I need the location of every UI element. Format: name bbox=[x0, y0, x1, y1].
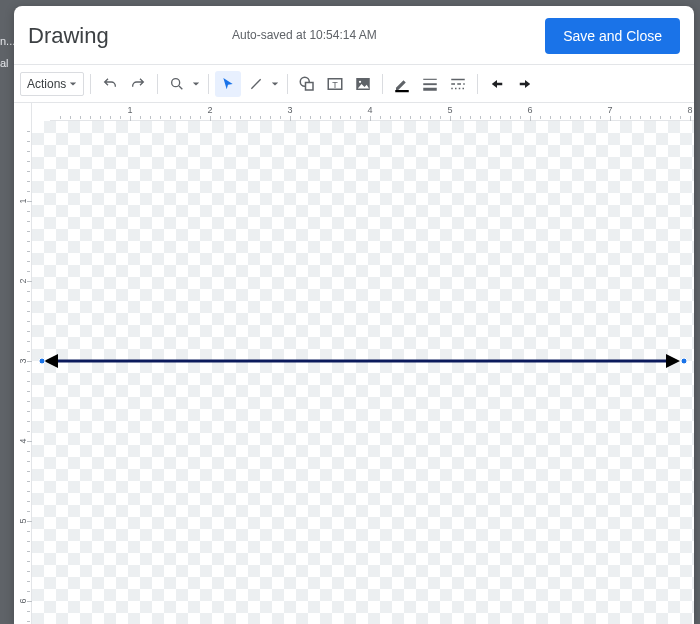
line-icon bbox=[248, 76, 264, 92]
dash-icon bbox=[449, 75, 467, 93]
line-end-button[interactable] bbox=[512, 71, 538, 97]
drawing-dialog: Drawing Auto-saved at 10:54:14 AM Save a… bbox=[14, 6, 694, 624]
shape-icon bbox=[298, 75, 316, 93]
double-arrow-object[interactable] bbox=[32, 341, 694, 381]
line-dropdown[interactable] bbox=[271, 80, 281, 88]
line-weight-button[interactable] bbox=[417, 71, 443, 97]
undo-icon bbox=[102, 76, 118, 92]
weight-icon bbox=[421, 75, 439, 93]
caret-down-icon bbox=[271, 80, 279, 88]
parent-fragment-2: al bbox=[0, 52, 14, 74]
cursor-icon bbox=[220, 76, 236, 92]
svg-rect-10 bbox=[424, 78, 438, 79]
arrow-left-icon bbox=[488, 77, 506, 91]
ruler-horizontal: 12345678 bbox=[50, 103, 694, 121]
line-tool-button[interactable] bbox=[243, 71, 269, 97]
ruler-vertical: 123456 bbox=[14, 103, 32, 624]
parent-fragment-1: n... bbox=[0, 30, 14, 52]
caret-down-icon bbox=[192, 80, 200, 88]
svg-rect-4 bbox=[306, 82, 314, 90]
svg-rect-11 bbox=[424, 83, 438, 85]
svg-text:T: T bbox=[333, 79, 339, 89]
line-color-button[interactable] bbox=[389, 71, 415, 97]
zoom-button[interactable] bbox=[164, 71, 190, 97]
separator bbox=[90, 74, 91, 94]
zoom-dropdown[interactable] bbox=[192, 80, 202, 88]
workspace: 123456 12345678 bbox=[14, 103, 694, 624]
canvas-wrapper: 12345678 bbox=[32, 103, 694, 624]
redo-icon bbox=[130, 76, 146, 92]
image-icon bbox=[354, 75, 372, 93]
line-start-button[interactable] bbox=[484, 71, 510, 97]
arrow-right-icon bbox=[516, 77, 534, 91]
svg-marker-18 bbox=[666, 354, 680, 368]
toolbar: Actions T bbox=[14, 65, 694, 103]
svg-rect-12 bbox=[424, 87, 438, 90]
separator bbox=[477, 74, 478, 94]
save-and-close-button[interactable]: Save and Close bbox=[545, 18, 680, 54]
textbox-tool-button[interactable]: T bbox=[322, 71, 348, 97]
actions-label: Actions bbox=[27, 77, 66, 91]
svg-line-2 bbox=[252, 79, 261, 88]
actions-menu-button[interactable]: Actions bbox=[20, 72, 84, 96]
redo-button[interactable] bbox=[125, 71, 151, 97]
separator bbox=[208, 74, 209, 94]
resize-handle-right[interactable] bbox=[681, 358, 688, 365]
shape-tool-button[interactable] bbox=[294, 71, 320, 97]
svg-rect-9 bbox=[396, 90, 410, 92]
drawing-canvas[interactable] bbox=[32, 121, 694, 624]
separator bbox=[382, 74, 383, 94]
caret-down-icon bbox=[69, 80, 77, 88]
svg-point-0 bbox=[172, 78, 180, 86]
autosave-status: Auto-saved at 10:54:14 AM bbox=[232, 28, 377, 42]
pen-icon bbox=[393, 75, 411, 93]
image-tool-button[interactable] bbox=[350, 71, 376, 97]
svg-point-8 bbox=[359, 80, 361, 82]
zoom-icon bbox=[169, 76, 185, 92]
separator bbox=[287, 74, 288, 94]
undo-button[interactable] bbox=[97, 71, 123, 97]
separator bbox=[157, 74, 158, 94]
select-tool-button[interactable] bbox=[215, 71, 241, 97]
line-dash-button[interactable] bbox=[445, 71, 471, 97]
dialog-title: Drawing bbox=[28, 23, 109, 49]
resize-handle-left[interactable] bbox=[39, 358, 46, 365]
parent-doc-strip: n... al bbox=[0, 0, 14, 624]
svg-line-1 bbox=[179, 86, 182, 89]
titlebar: Drawing Auto-saved at 10:54:14 AM Save a… bbox=[14, 6, 694, 65]
svg-marker-17 bbox=[44, 354, 58, 368]
textbox-icon: T bbox=[326, 75, 344, 93]
